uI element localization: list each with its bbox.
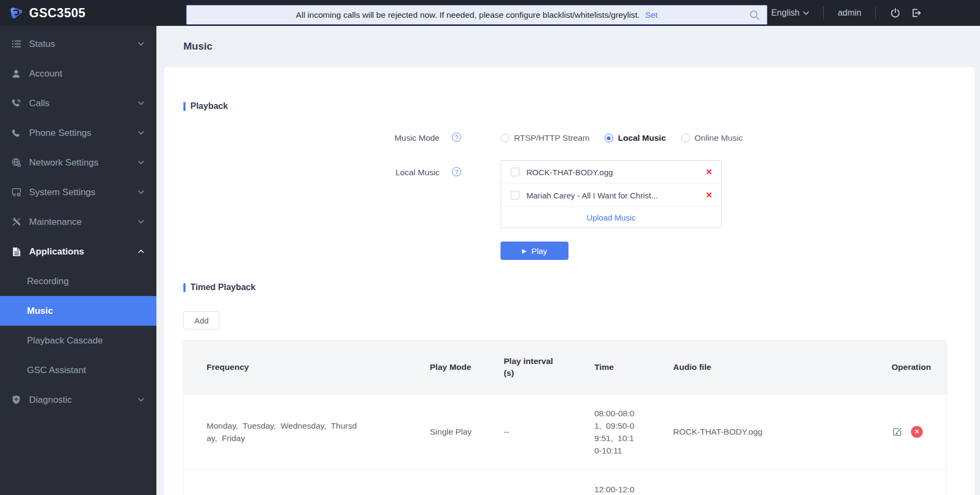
- add-button[interactable]: Add: [183, 311, 220, 329]
- column-header-play-interval: Play interval (s): [481, 341, 572, 394]
- document-icon: [9, 247, 24, 257]
- alert-banner: All incoming calls will be rejected now.…: [186, 5, 767, 25]
- timed-playback-table: Frequency Play Mode Play interval (s) Ti…: [183, 340, 947, 495]
- topbar-divider: [875, 6, 876, 19]
- table-row: Monday, Tuesday, Wednesday, Thursday, Fr…: [184, 394, 947, 470]
- play-button[interactable]: ▶ Play: [501, 242, 568, 260]
- cell-play-interval: [481, 470, 572, 495]
- table-row: 12:00-12:01: [184, 470, 947, 495]
- user-icon: [9, 69, 24, 79]
- radio-icon: [501, 134, 509, 142]
- upload-music-link[interactable]: Upload Music: [587, 213, 636, 222]
- network-globe-gear-icon: [9, 157, 24, 168]
- music-file-row: Mariah Carey - All I Want for Christ... …: [501, 184, 721, 207]
- music-mode-radio-group: RTSP/HTTP Stream Local Music Online Musi…: [501, 133, 743, 143]
- help-icon[interactable]: ?: [452, 133, 461, 142]
- shield-plus-icon: [9, 395, 24, 405]
- main-content: Music Playback Music Mode ?: [156, 26, 980, 495]
- sidebar-item-diagnostic[interactable]: Diagnostic: [0, 385, 156, 415]
- radio-local-music[interactable]: Local Music: [605, 133, 666, 143]
- radio-icon: [681, 134, 690, 142]
- music-file-name: ROCK-THAT-BODY.ogg: [526, 168, 697, 177]
- topbar-right: English admin: [767, 6, 980, 19]
- column-header-audio-file: Audio file: [650, 341, 869, 394]
- cell-audio-file: [650, 470, 869, 495]
- music-file-row: ROCK-THAT-BODY.ogg ✕: [501, 161, 721, 184]
- chevron-down-icon: [138, 190, 145, 194]
- cell-frequency: [184, 470, 407, 495]
- tools-icon: [9, 217, 24, 227]
- cell-play-interval: --: [481, 394, 572, 470]
- music-file-checkbox[interactable]: [511, 168, 519, 176]
- search-icon[interactable]: [749, 9, 760, 21]
- topbar-divider: [823, 6, 824, 19]
- music-panel: Playback Music Mode ? RTSP/HTTP Stream: [164, 67, 975, 495]
- sidebar-item-applications[interactable]: Applications: [0, 237, 156, 266]
- section-accent-bar: [183, 102, 186, 111]
- sidebar-item-recording[interactable]: Recording: [0, 266, 156, 296]
- banner-set-link[interactable]: Set: [645, 10, 657, 20]
- section-timed-playback: Timed Playback: [183, 283, 953, 292]
- sidebar-item-gsc-assistant[interactable]: GSC Assistant: [0, 355, 156, 385]
- sidebar: Status Account: [0, 26, 156, 495]
- section-accent-bar: [183, 283, 186, 292]
- local-music-row: Local Music ? ROCK-THAT-BODY.ogg ✕ Maria…: [183, 160, 953, 228]
- cell-operation: ✕: [869, 394, 947, 470]
- sidebar-item-system-settings[interactable]: System Settings: [0, 177, 156, 207]
- cell-operation: [869, 470, 947, 495]
- radio-icon: [605, 134, 613, 142]
- music-mode-label: Music Mode: [394, 133, 440, 143]
- logout-icon[interactable]: [910, 8, 922, 18]
- chevron-down-icon: [138, 42, 145, 46]
- remove-file-icon[interactable]: ✕: [705, 167, 712, 177]
- brand: GSC3505: [0, 6, 186, 20]
- help-icon[interactable]: ?: [452, 167, 461, 176]
- topbar: GSC3505 All incoming calls will be rejec…: [0, 0, 980, 26]
- list-icon: [9, 39, 24, 49]
- sidebar-item-calls[interactable]: Calls: [0, 88, 156, 118]
- page-title: Music: [183, 40, 213, 52]
- system-monitor-gear-icon: [9, 187, 24, 197]
- language-label: English: [771, 8, 799, 18]
- sidebar-item-maintenance[interactable]: Maintenance: [0, 207, 156, 237]
- play-icon: ▶: [522, 248, 526, 255]
- calls-icon: [9, 98, 24, 108]
- section-playback: Playback: [183, 101, 953, 111]
- chevron-down-icon: [803, 11, 809, 15]
- sidebar-item-music[interactable]: Music: [0, 296, 156, 326]
- cell-play-mode: Single Play: [407, 394, 481, 470]
- sidebar-item-phone-settings[interactable]: Phone Settings: [0, 118, 156, 148]
- column-header-frequency: Frequency: [184, 341, 407, 394]
- column-header-time: Time: [572, 341, 650, 394]
- local-music-list: ROCK-THAT-BODY.ogg ✕ Mariah Carey - All …: [501, 160, 722, 228]
- delete-icon[interactable]: ✕: [911, 426, 923, 438]
- chevron-down-icon: [138, 131, 145, 135]
- radio-online-music[interactable]: Online Music: [681, 133, 743, 143]
- upload-music-row[interactable]: Upload Music: [501, 207, 721, 228]
- table-header-row: Frequency Play Mode Play interval (s) Ti…: [184, 341, 947, 394]
- local-music-label: Local Music: [395, 167, 440, 178]
- language-selector[interactable]: English: [771, 8, 809, 18]
- chevron-down-icon: [138, 220, 145, 224]
- sidebar-item-status[interactable]: Status: [0, 29, 156, 59]
- cell-play-mode: [407, 470, 481, 495]
- chevron-down-icon: [138, 398, 145, 402]
- radio-rtsp-http-stream[interactable]: RTSP/HTTP Stream: [501, 133, 590, 143]
- remove-file-icon[interactable]: ✕: [705, 190, 712, 200]
- cell-time: 08:00-08:01, 09:50-09:51, 10:10-10:11: [572, 394, 650, 470]
- phone-icon: [9, 128, 24, 138]
- edit-icon[interactable]: [892, 426, 903, 438]
- reboot-power-icon[interactable]: [890, 8, 901, 18]
- cell-time: 12:00-12:01: [572, 470, 650, 495]
- app-window: GSC3505 All incoming calls will be rejec…: [0, 0, 980, 495]
- chevron-down-icon: [138, 161, 145, 164]
- music-file-checkbox[interactable]: [511, 191, 519, 200]
- column-header-play-mode: Play Mode: [407, 341, 481, 394]
- grandstream-logo-icon: [9, 6, 24, 20]
- sidebar-item-account[interactable]: Account: [0, 59, 156, 88]
- sidebar-item-playback-cascade[interactable]: Playback Cascade: [0, 326, 156, 355]
- username[interactable]: admin: [838, 8, 861, 18]
- column-header-operation: Operation: [869, 341, 947, 394]
- alert-banner-message: All incoming calls will be rejected now.…: [296, 10, 640, 20]
- sidebar-item-network-settings[interactable]: Network Settings: [0, 148, 156, 177]
